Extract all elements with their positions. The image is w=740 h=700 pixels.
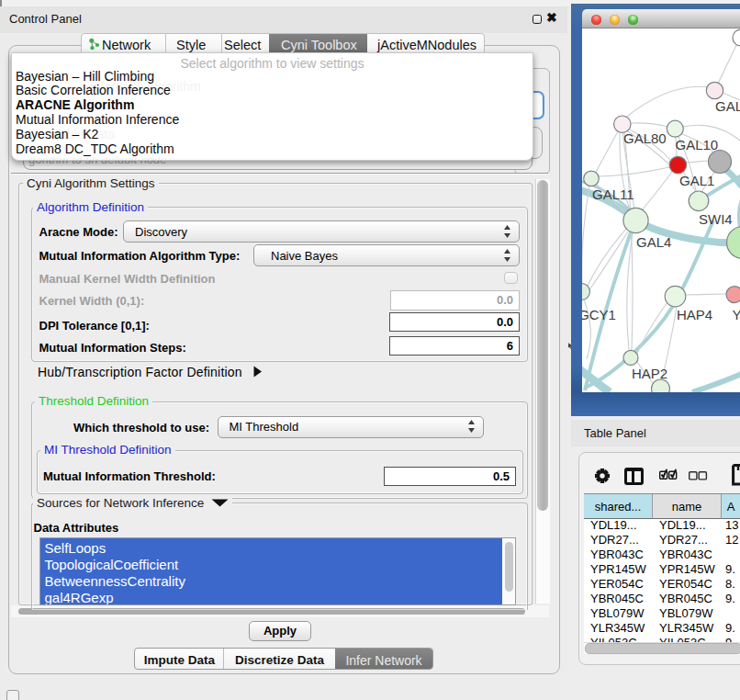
svg-text:SWI4: SWI4 xyxy=(699,211,733,227)
svg-text:GCY1: GCY1 xyxy=(582,307,616,322)
svg-text:Y: Y xyxy=(733,307,740,322)
svg-text:GAL80: GAL80 xyxy=(623,130,667,146)
svg-text:GAL4: GAL4 xyxy=(636,234,671,250)
svg-text:GAL10: GAL10 xyxy=(676,137,719,152)
svg-text:HAP2: HAP2 xyxy=(632,366,667,381)
svg-text:GAL1: GAL1 xyxy=(679,173,714,188)
svg-text:GAL11: GAL11 xyxy=(592,186,634,202)
svg-text:HAP4: HAP4 xyxy=(677,307,712,322)
svg-text:GAL: GAL xyxy=(715,98,740,114)
